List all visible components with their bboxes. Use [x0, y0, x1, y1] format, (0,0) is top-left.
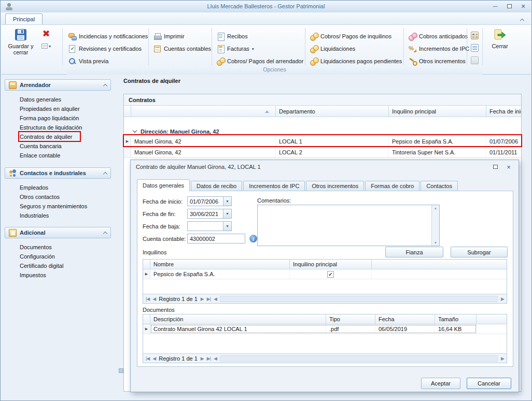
- sidebar-group-adicional[interactable]: Adicional: [5, 227, 111, 238]
- pager-prev-button[interactable]: ◀: [152, 296, 156, 302]
- dialog-close-button[interactable]: ×: [504, 163, 513, 171]
- hscroll-left-button[interactable]: ◀: [214, 356, 217, 361]
- pager-last-button[interactable]: ▶|: [207, 296, 211, 302]
- sidebar-item-otros-contactos[interactable]: Otros contactos: [20, 193, 60, 201]
- cuentas-contables-button[interactable]: Cuentas contables: [153, 44, 211, 54]
- column-header-descripcion[interactable]: Descripción: [150, 314, 326, 324]
- column-header-inquilino[interactable]: Inquilino principal: [389, 106, 486, 117]
- hscroll-right-button[interactable]: ▶: [501, 356, 504, 361]
- hscroll-left-button[interactable]: ◀: [214, 296, 217, 302]
- column-header-departamento[interactable]: Departamento: [276, 106, 389, 117]
- column-header-principal[interactable]: Inquilino principal: [290, 260, 372, 269]
- tab-formas-cobro[interactable]: Formas de cobro: [365, 181, 419, 191]
- column-header-direccion[interactable]: [131, 106, 276, 117]
- liquidaciones-button[interactable]: Liquidaciones: [310, 44, 355, 54]
- sidebar-item-seguros[interactable]: Seguros y mantenimientos: [20, 202, 87, 210]
- delete-dropdown-button[interactable]: ▾: [41, 44, 51, 49]
- dropdown-icon[interactable]: ▾: [223, 209, 231, 218]
- close-button[interactable]: ×: [519, 3, 528, 10]
- incrementos-ipc-button[interactable]: Incrementos de IPC: [409, 44, 469, 54]
- maximize-button[interactable]: [505, 3, 514, 10]
- tab-principal[interactable]: Principal: [5, 13, 43, 24]
- cobros-arrendador-button[interactable]: Cobros/ Pagos del arrendador: [217, 56, 303, 66]
- sidebar-item-industriales[interactable]: Industriales: [20, 211, 49, 220]
- tab-datos-generales[interactable]: Datos generales: [137, 179, 190, 191]
- sidebar-item-certificado[interactable]: Certificado digital: [20, 262, 63, 270]
- ribbon-collapse-button[interactable]: [521, 17, 524, 23]
- cobros-inquilinos-button[interactable]: Cobros/ Pagos de inquilinos: [310, 31, 391, 41]
- textarea-scrollbar[interactable]: ▲ ▼: [431, 205, 439, 246]
- column-header-tipo[interactable]: Tipo: [326, 314, 375, 324]
- fecha-fin-field[interactable]: 30/06/2021 ▾: [187, 209, 232, 219]
- revisiones-button[interactable]: Revisiones y certificados: [68, 44, 142, 54]
- imprimir-button[interactable]: Imprimir: [153, 31, 185, 41]
- column-header-fecha[interactable]: Fecha: [375, 314, 435, 324]
- sidebar-item-impuestos[interactable]: Impuestos: [20, 271, 46, 279]
- vista-previa-button[interactable]: Vista previa: [68, 56, 108, 66]
- dropdown-icon[interactable]: ▾: [223, 197, 231, 206]
- dialog-maximize-button[interactable]: [491, 163, 500, 171]
- save-close-button[interactable]: Guardar y cerrar: [6, 28, 35, 55]
- fecha-baja-field[interactable]: ▾: [187, 221, 232, 231]
- column-header-fecha[interactable]: Fecha de inici: [486, 106, 521, 117]
- pager-next-button[interactable]: ▶: [201, 296, 204, 302]
- tab-datos-recibo[interactable]: Datos de recibo: [191, 181, 242, 191]
- column-header-nombre[interactable]: Nombre: [150, 260, 290, 269]
- cancelar-button[interactable]: Cancelar: [467, 378, 511, 389]
- sidebar-item-empleados[interactable]: Empleados: [20, 183, 48, 192]
- scroll-down-icon[interactable]: ▼: [434, 241, 438, 245]
- incidencias-button[interactable]: Incidencias y notificaciones: [68, 31, 148, 41]
- facturas-button[interactable]: Facturas ▾: [217, 44, 254, 54]
- hscroll-track[interactable]: [220, 355, 498, 362]
- sidebar-item-forma-pago[interactable]: Forma pago liquidación: [20, 114, 79, 122]
- ribbon-extra-button-3[interactable]: [471, 55, 479, 65]
- table-row[interactable]: ▶ Manuel Girona, 42 LOCAL 1 Pepsico de E…: [124, 136, 521, 147]
- tab-incrementos-ipc[interactable]: Incrementos de IPC: [243, 181, 305, 191]
- fianza-button[interactable]: Fianza: [385, 247, 443, 257]
- liquidaciones-pendientes-button[interactable]: Liquidaciones pagos pendientes: [310, 56, 402, 66]
- sidebar-item-cuenta-bancaria[interactable]: Cuenta bancaria: [20, 142, 62, 150]
- sidebar-group-arrendador[interactable]: Arrendador: [5, 79, 111, 91]
- ribbon-extra-button-1[interactable]: [471, 30, 479, 40]
- cuenta-contable-field[interactable]: 43000002: [187, 234, 245, 244]
- subrogar-button[interactable]: Subrogar: [451, 247, 508, 257]
- pager-prev-button[interactable]: ◀: [152, 356, 156, 361]
- pager-last-button[interactable]: ▶|: [207, 356, 211, 361]
- scrollbar-thumb[interactable]: [119, 368, 123, 373]
- sidebar-item-datos-generales[interactable]: Datos generales: [20, 95, 61, 104]
- aceptar-button[interactable]: Aceptar: [421, 378, 460, 389]
- table-row[interactable]: ▶ Contrato Manuel Girona 42 LOCAL 1 .pdf…: [143, 324, 507, 334]
- ribbon-extra-button-2[interactable]: [471, 42, 479, 53]
- tab-contactos[interactable]: Contactos: [421, 181, 458, 191]
- info-icon[interactable]: i: [249, 235, 257, 242]
- column-header-tamano[interactable]: Tamaño: [435, 314, 477, 324]
- table-row[interactable]: Manuel Girona, 42 LOCAL 2 Tintoreria Sup…: [124, 147, 521, 158]
- cobros-anticipados-button[interactable]: Cobros anticipados: [409, 31, 468, 41]
- sidebar-item-configuracion[interactable]: Configuración: [20, 252, 55, 261]
- scroll-up-icon[interactable]: ▲: [434, 206, 438, 210]
- sidebar-item-documentos[interactable]: Documentos: [20, 243, 52, 251]
- minimize-button[interactable]: ─: [491, 3, 500, 10]
- dropdown-icon[interactable]: ▾: [223, 222, 231, 231]
- fecha-baja-label: Fecha de baja:: [143, 223, 180, 230]
- sidebar-item-propiedades[interactable]: Propiedades en alquiler: [20, 105, 80, 113]
- sidebar-group-contactos[interactable]: Contactos e industriales: [5, 167, 111, 179]
- pager-first-button[interactable]: |◀: [146, 296, 149, 302]
- delete-button[interactable]: ✖ ▾: [37, 28, 55, 49]
- table-row[interactable]: ▶ Pepsico de España S.A. ✔: [143, 269, 507, 279]
- otros-incrementos-button[interactable]: Otros incrementos: [409, 56, 466, 66]
- sidebar-item-estructura[interactable]: Estructura de liquidación: [20, 123, 82, 132]
- hscroll-right-button[interactable]: ▶: [501, 296, 504, 302]
- recibos-button[interactable]: Recibos: [217, 31, 248, 41]
- cerrar-button[interactable]: Cerrar: [485, 28, 514, 49]
- grid-group-row[interactable]: Dirección: Manuel Girona, 42: [124, 126, 521, 136]
- fecha-inicio-field[interactable]: 01/07/2006 ▾: [187, 196, 232, 206]
- pager-first-button[interactable]: |◀: [146, 356, 149, 361]
- checkbox-checked[interactable]: ✔: [327, 271, 334, 278]
- tab-otros-incrementos[interactable]: Otros incrementos: [306, 181, 364, 191]
- sidebar-item-enlace-contable[interactable]: Enlace contable: [20, 151, 60, 160]
- sidebar-item-contratos-alquiler[interactable]: Contratos de alquiler: [20, 133, 73, 141]
- comentarios-textarea[interactable]: ▲ ▼: [257, 205, 440, 246]
- pager-next-button[interactable]: ▶: [201, 356, 204, 361]
- hscroll-track[interactable]: [220, 296, 498, 302]
